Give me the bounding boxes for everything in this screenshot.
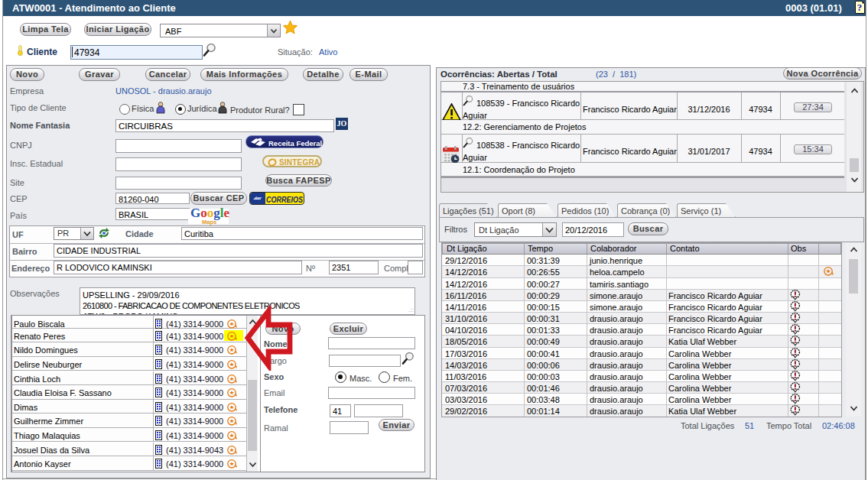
svg-text:?: ? xyxy=(857,2,863,13)
